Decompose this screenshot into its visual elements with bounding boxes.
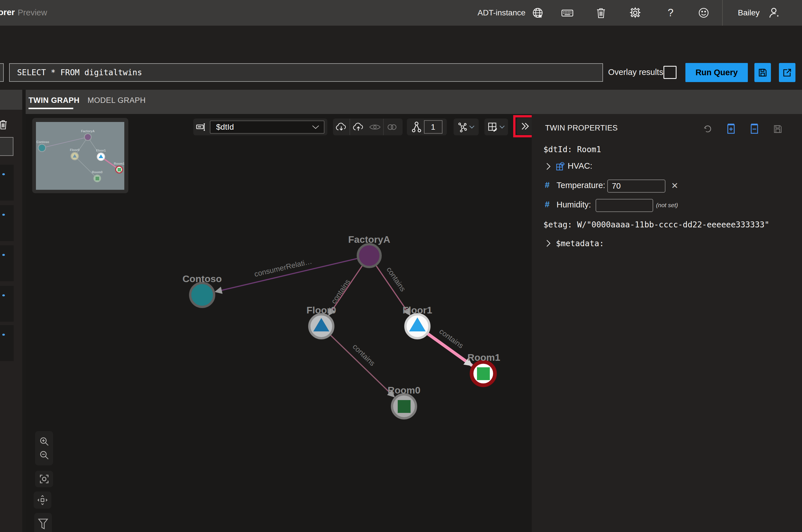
expansion-group <box>407 118 447 135</box>
humidity-input[interactable] <box>596 199 653 212</box>
svg-text:Floor1: Floor1 <box>403 305 432 316</box>
models-panel-header <box>0 90 22 110</box>
query-input[interactable] <box>9 63 603 82</box>
svg-text:Room0: Room0 <box>388 385 420 396</box>
eye-icon[interactable] <box>367 119 383 135</box>
graph-node-floor0[interactable]: Floor0 <box>306 305 336 338</box>
graph-node-room1-selected[interactable]: Room1 <box>467 352 500 385</box>
delete-models-icon[interactable] <box>0 119 8 130</box>
dtid-row: $dtId: Room1 <box>543 145 601 154</box>
graph-node-factorya[interactable]: FactoryA <box>348 234 390 267</box>
model-dot-icon <box>2 173 5 175</box>
chevron-down-icon <box>312 125 319 129</box>
model-card[interactable] <box>0 245 14 281</box>
relationship-expand-icon[interactable] <box>411 121 422 133</box>
not-set-hint: (not set) <box>656 202 678 209</box>
metadata-expand-chevron[interactable] <box>546 239 551 247</box>
preview-badge: Preview <box>18 8 47 17</box>
filter-button[interactable] <box>34 513 52 532</box>
collapse-all-icon[interactable] <box>749 124 760 134</box>
model-card[interactable] <box>0 205 14 241</box>
center-graph-icon <box>39 474 49 484</box>
topbar-divider <box>722 0 723 26</box>
clear-value-icon[interactable]: ✕ <box>671 180 678 191</box>
model-dot-icon <box>2 334 5 336</box>
expansion-level-input[interactable] <box>424 120 443 134</box>
edge-label: contains <box>385 265 407 293</box>
globe-icon[interactable] <box>531 6 544 20</box>
twin-properties-panel: TWIN PROPERTIES $dtId: Room1 HVAC: # Tem… <box>532 114 802 532</box>
center-graph-button[interactable] <box>35 471 53 487</box>
twin-graph-canvas[interactable]: consumerRelati… contains contains contai… <box>26 114 532 532</box>
model-dot-icon <box>2 254 5 256</box>
model-card[interactable] <box>0 325 14 361</box>
share-query-icon <box>782 68 792 78</box>
undo-icon[interactable] <box>702 124 713 134</box>
panel-gap <box>22 90 26 532</box>
property-selector-dropdown[interactable]: $dtId <box>210 120 324 134</box>
tab-bar: TWIN GRAPH MODEL GRAPH <box>26 90 802 114</box>
component-icon <box>556 162 564 171</box>
humidity-label: Humidity: <box>557 200 591 209</box>
help-icon[interactable]: ? <box>664 6 677 20</box>
property-selector-value: $dtId <box>216 122 234 132</box>
svg-text:Contoso: Contoso <box>183 273 222 284</box>
model-card[interactable] <box>0 165 14 201</box>
graph-node-contoso[interactable]: Contoso <box>183 273 222 307</box>
filter-icon <box>38 518 49 530</box>
edge-label: contains <box>329 278 352 305</box>
table-edit-group[interactable] <box>484 118 508 135</box>
graph-node-floor1[interactable]: Floor1 <box>403 305 432 338</box>
tab-twin-graph[interactable]: TWIN GRAPH <box>29 96 79 105</box>
expand-all-icon[interactable] <box>726 124 736 134</box>
layout-group[interactable] <box>453 118 479 135</box>
properties-panel-title: TWIN PROPERTIES <box>545 124 618 133</box>
link-icon[interactable] <box>384 119 400 135</box>
user-settings-icon[interactable] <box>767 6 781 20</box>
table-edit-icon <box>488 122 498 132</box>
zoom-out-icon[interactable] <box>39 450 49 460</box>
graph-node-room0[interactable]: Room0 <box>388 385 420 418</box>
svg-text:Floor0: Floor0 <box>306 305 336 316</box>
adt-instance-label[interactable]: ADT-instance <box>478 8 525 17</box>
feedback-smiley-icon[interactable] <box>697 6 710 20</box>
svg-text:Contoso: Contoso <box>37 140 49 144</box>
model-search-input[interactable] <box>0 137 13 156</box>
overlay-results-checkbox[interactable] <box>664 66 676 79</box>
pan-button[interactable] <box>34 492 51 509</box>
user-name[interactable]: Bailey <box>738 8 760 17</box>
keyboard-icon[interactable] <box>560 6 574 20</box>
component-label: HVAC: <box>567 161 592 171</box>
query-name-input-fragment[interactable] <box>0 63 4 82</box>
temperature-input[interactable] <box>607 179 666 193</box>
save-query-button[interactable] <box>754 63 771 82</box>
svg-text:Floor1: Floor1 <box>96 149 106 152</box>
share-query-button[interactable] <box>779 63 796 82</box>
trash-icon[interactable] <box>594 6 608 20</box>
run-query-button[interactable]: Run Query <box>685 63 748 82</box>
layout-icon <box>458 122 467 132</box>
cloud-download-icon[interactable] <box>333 119 350 135</box>
property-display-group: $dtId <box>193 118 327 135</box>
model-dot-icon <box>2 214 5 216</box>
svg-text:FactoryA: FactoryA <box>81 129 95 133</box>
zoom-controls <box>35 431 53 465</box>
edge-floor0-room0[interactable] <box>331 335 394 397</box>
graph-minimap[interactable]: FactoryA Contoso Floor0 Floor1 Room1 Roo… <box>32 118 128 193</box>
minimap-viewport: FactoryA Contoso Floor0 Floor1 Room1 Roo… <box>36 122 124 190</box>
save-query-icon <box>758 68 768 78</box>
gear-icon[interactable] <box>628 6 642 20</box>
numeric-type-icon: # <box>545 180 550 190</box>
overlay-results-label: Overlay results <box>608 68 663 77</box>
model-card[interactable] <box>0 286 14 322</box>
edge-label: consumerRelati… <box>254 257 313 279</box>
svg-text:Room1: Room1 <box>467 352 500 363</box>
edge-label: contains <box>437 327 465 350</box>
save-icon[interactable] <box>772 124 783 134</box>
tab-model-graph[interactable]: MODEL GRAPH <box>88 96 146 105</box>
svg-text:Room1: Room1 <box>114 162 124 165</box>
query-bar: Overlay results Run Query <box>0 26 802 90</box>
cloud-upload-icon[interactable] <box>350 119 367 135</box>
zoom-in-icon[interactable] <box>39 437 49 446</box>
component-expand-chevron[interactable] <box>546 163 551 170</box>
